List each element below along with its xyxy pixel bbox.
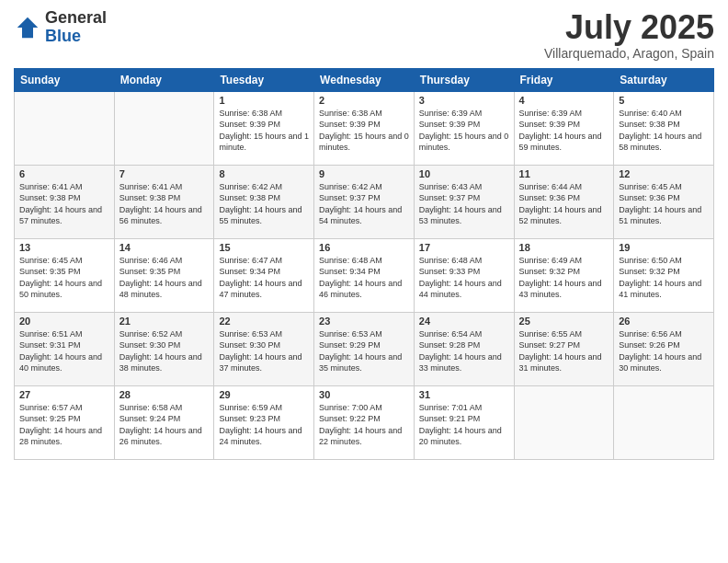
day-number: 24 xyxy=(419,316,509,327)
subtitle: Villarquemado, Aragon, Spain xyxy=(544,46,714,61)
calendar-cell: 14Sunrise: 6:46 AM Sunset: 9:35 PM Dayli… xyxy=(114,238,214,312)
day-number: 15 xyxy=(219,242,309,253)
header-saturday: Saturday xyxy=(614,68,714,91)
day-number: 10 xyxy=(419,168,509,179)
day-number: 17 xyxy=(419,242,509,253)
calendar-cell: 29Sunrise: 6:59 AM Sunset: 9:23 PM Dayli… xyxy=(214,385,314,459)
day-number: 11 xyxy=(519,168,609,179)
calendar-week-2: 6Sunrise: 6:41 AM Sunset: 9:38 PM Daylig… xyxy=(15,165,714,238)
day-number: 1 xyxy=(219,95,309,106)
day-number: 14 xyxy=(119,242,210,253)
calendar-cell: 25Sunrise: 6:55 AM Sunset: 9:27 PM Dayli… xyxy=(514,312,614,385)
logo: General Blue xyxy=(14,9,107,46)
day-info: Sunrise: 6:56 AM Sunset: 9:26 PM Dayligh… xyxy=(619,328,709,374)
calendar-cell: 17Sunrise: 6:48 AM Sunset: 9:33 PM Dayli… xyxy=(414,238,514,312)
day-number: 4 xyxy=(519,95,609,106)
day-info: Sunrise: 6:52 AM Sunset: 9:30 PM Dayligh… xyxy=(119,328,210,374)
day-info: Sunrise: 6:53 AM Sunset: 9:29 PM Dayligh… xyxy=(319,328,409,374)
header: General Blue July 2025 Villarquemado, Ar… xyxy=(14,9,714,61)
calendar-cell: 1Sunrise: 6:38 AM Sunset: 9:39 PM Daylig… xyxy=(214,91,314,165)
header-wednesday: Wednesday xyxy=(314,68,415,91)
calendar-cell: 30Sunrise: 7:00 AM Sunset: 9:22 PM Dayli… xyxy=(314,385,415,459)
day-info: Sunrise: 6:42 AM Sunset: 9:38 PM Dayligh… xyxy=(219,181,309,227)
calendar-cell xyxy=(15,91,115,165)
day-info: Sunrise: 6:46 AM Sunset: 9:35 PM Dayligh… xyxy=(119,255,210,301)
calendar-cell: 6Sunrise: 6:41 AM Sunset: 9:38 PM Daylig… xyxy=(15,165,115,238)
day-info: Sunrise: 6:58 AM Sunset: 9:24 PM Dayligh… xyxy=(119,402,210,448)
calendar-cell: 13Sunrise: 6:45 AM Sunset: 9:35 PM Dayli… xyxy=(15,238,115,312)
day-number: 30 xyxy=(319,389,409,400)
day-info: Sunrise: 7:01 AM Sunset: 9:21 PM Dayligh… xyxy=(419,402,509,448)
logo-text: General Blue xyxy=(45,9,107,46)
header-sunday: Sunday xyxy=(15,68,115,91)
calendar-week-4: 20Sunrise: 6:51 AM Sunset: 9:31 PM Dayli… xyxy=(15,312,714,385)
day-number: 21 xyxy=(119,316,210,327)
day-number: 2 xyxy=(319,95,409,106)
day-number: 13 xyxy=(19,242,109,253)
calendar-cell: 12Sunrise: 6:45 AM Sunset: 9:36 PM Dayli… xyxy=(614,165,714,238)
day-number: 29 xyxy=(219,389,309,400)
day-info: Sunrise: 6:47 AM Sunset: 9:34 PM Dayligh… xyxy=(219,255,309,301)
day-number: 9 xyxy=(319,168,409,179)
day-number: 27 xyxy=(19,389,109,400)
logo-general: General xyxy=(45,9,107,28)
day-number: 28 xyxy=(119,389,210,400)
day-number: 16 xyxy=(319,242,409,253)
calendar-cell: 4Sunrise: 6:39 AM Sunset: 9:39 PM Daylig… xyxy=(514,91,614,165)
day-number: 26 xyxy=(619,316,709,327)
calendar-cell: 15Sunrise: 6:47 AM Sunset: 9:34 PM Dayli… xyxy=(214,238,314,312)
day-number: 25 xyxy=(519,316,609,327)
calendar-cell: 5Sunrise: 6:40 AM Sunset: 9:38 PM Daylig… xyxy=(614,91,714,165)
calendar-cell: 24Sunrise: 6:54 AM Sunset: 9:28 PM Dayli… xyxy=(414,312,514,385)
day-number: 8 xyxy=(219,168,309,179)
calendar-cell: 16Sunrise: 6:48 AM Sunset: 9:34 PM Dayli… xyxy=(314,238,415,312)
day-number: 31 xyxy=(419,389,509,400)
day-number: 20 xyxy=(19,316,109,327)
header-thursday: Thursday xyxy=(414,68,514,91)
day-number: 18 xyxy=(519,242,609,253)
calendar-header: Sunday Monday Tuesday Wednesday Thursday… xyxy=(15,68,714,91)
day-info: Sunrise: 6:45 AM Sunset: 9:35 PM Dayligh… xyxy=(19,255,109,301)
page: General Blue July 2025 Villarquemado, Ar… xyxy=(0,0,728,563)
day-info: Sunrise: 6:51 AM Sunset: 9:31 PM Dayligh… xyxy=(19,328,109,374)
day-info: Sunrise: 7:00 AM Sunset: 9:22 PM Dayligh… xyxy=(319,402,409,448)
day-number: 6 xyxy=(19,168,109,179)
calendar-cell: 18Sunrise: 6:49 AM Sunset: 9:32 PM Dayli… xyxy=(514,238,614,312)
day-info: Sunrise: 6:55 AM Sunset: 9:27 PM Dayligh… xyxy=(519,328,609,374)
day-number: 3 xyxy=(419,95,509,106)
day-info: Sunrise: 6:49 AM Sunset: 9:32 PM Dayligh… xyxy=(519,255,609,301)
calendar-cell: 31Sunrise: 7:01 AM Sunset: 9:21 PM Dayli… xyxy=(414,385,514,459)
header-monday: Monday xyxy=(114,68,214,91)
day-info: Sunrise: 6:39 AM Sunset: 9:39 PM Dayligh… xyxy=(419,108,509,154)
day-info: Sunrise: 6:48 AM Sunset: 9:34 PM Dayligh… xyxy=(319,255,409,301)
header-friday: Friday xyxy=(514,68,614,91)
calendar-cell: 10Sunrise: 6:43 AM Sunset: 9:37 PM Dayli… xyxy=(414,165,514,238)
day-info: Sunrise: 6:45 AM Sunset: 9:36 PM Dayligh… xyxy=(619,181,709,227)
title-block: July 2025 Villarquemado, Aragon, Spain xyxy=(544,9,714,61)
calendar-cell xyxy=(614,385,714,459)
day-number: 5 xyxy=(619,95,709,106)
calendar-cell: 2Sunrise: 6:38 AM Sunset: 9:39 PM Daylig… xyxy=(314,91,415,165)
day-number: 23 xyxy=(319,316,409,327)
calendar-cell: 3Sunrise: 6:39 AM Sunset: 9:39 PM Daylig… xyxy=(414,91,514,165)
day-info: Sunrise: 6:41 AM Sunset: 9:38 PM Dayligh… xyxy=(119,181,210,227)
calendar-cell: 23Sunrise: 6:53 AM Sunset: 9:29 PM Dayli… xyxy=(314,312,415,385)
logo-icon xyxy=(14,14,41,41)
weekday-header-row: Sunday Monday Tuesday Wednesday Thursday… xyxy=(15,68,714,91)
calendar-cell: 11Sunrise: 6:44 AM Sunset: 9:36 PM Dayli… xyxy=(514,165,614,238)
logo-blue: Blue xyxy=(45,28,107,46)
calendar-week-5: 27Sunrise: 6:57 AM Sunset: 9:25 PM Dayli… xyxy=(15,385,714,459)
calendar-body: 1Sunrise: 6:38 AM Sunset: 9:39 PM Daylig… xyxy=(15,91,714,459)
calendar-cell: 27Sunrise: 6:57 AM Sunset: 9:25 PM Dayli… xyxy=(15,385,115,459)
day-info: Sunrise: 6:54 AM Sunset: 9:28 PM Dayligh… xyxy=(419,328,509,374)
calendar-cell: 26Sunrise: 6:56 AM Sunset: 9:26 PM Dayli… xyxy=(614,312,714,385)
svg-marker-0 xyxy=(17,17,39,39)
day-info: Sunrise: 6:38 AM Sunset: 9:39 PM Dayligh… xyxy=(319,108,409,154)
calendar-cell xyxy=(514,385,614,459)
day-number: 12 xyxy=(619,168,709,179)
calendar-table: Sunday Monday Tuesday Wednesday Thursday… xyxy=(14,68,714,460)
calendar-cell: 9Sunrise: 6:42 AM Sunset: 9:37 PM Daylig… xyxy=(314,165,415,238)
calendar-cell: 21Sunrise: 6:52 AM Sunset: 9:30 PM Dayli… xyxy=(114,312,214,385)
main-title: July 2025 xyxy=(544,9,714,46)
calendar-cell xyxy=(114,91,214,165)
